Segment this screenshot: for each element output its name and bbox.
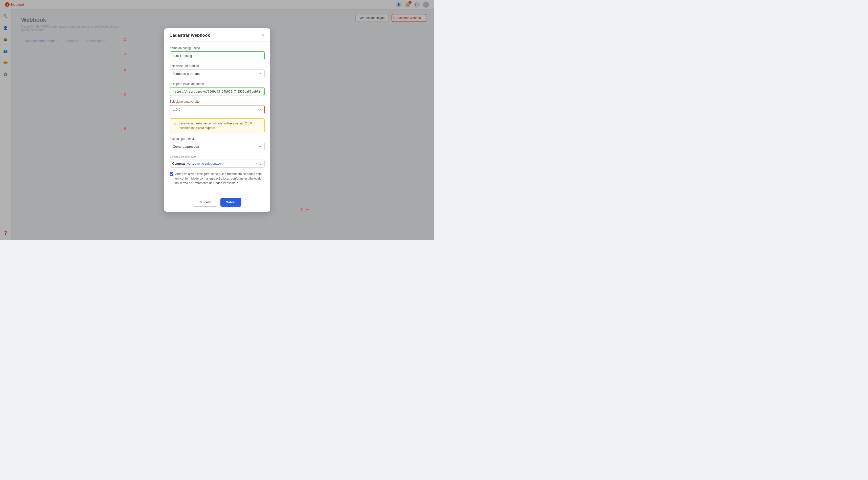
cadastrar-webhook-modal: Cadastrar Webhook × Nome da configuração… xyxy=(164,28,270,212)
arrow-7-icon: → xyxy=(305,206,310,213)
url-field-group: URL para envio de dados xyxy=(169,82,265,96)
remove-tag-icon[interactable]: × xyxy=(255,161,257,166)
step-6-label: 6 xyxy=(124,126,126,130)
warning-text: Essa versão está descontinuada, utilize … xyxy=(179,121,261,130)
save-button[interactable]: Salvar xyxy=(220,198,241,207)
version-warning: ⚠ Essa versão está descontinuada, utiliz… xyxy=(169,118,265,133)
product-select[interactable]: Todos os produtosProduto 1Produto 2 xyxy=(169,69,265,78)
url-label: URL para envio de dados xyxy=(169,82,265,86)
tag-link[interactable]: Ver 1 evento selecionado xyxy=(187,162,221,166)
step-2-label: 2 xyxy=(124,37,126,41)
version-label: Selecione uma versão xyxy=(169,100,265,103)
consent-checkbox[interactable] xyxy=(169,172,174,176)
arrow-7-area: 7 → xyxy=(301,206,310,213)
product-label: Selecione um produto xyxy=(169,64,265,68)
tag-category: Compras xyxy=(173,162,186,166)
step-5-label: 5 xyxy=(124,92,126,96)
events-tag: Compras Ver 1 evento selecionado xyxy=(173,162,221,166)
page-background: 🔥 hotmart 👤 🔔 5 ⋮⋮ 🔍 👤 📦 👥 💳 ⚙️ ❓ Webhoo… xyxy=(0,0,434,240)
modal-header: Cadastrar Webhook × xyxy=(164,28,270,42)
version-field-group: Selecione uma versão 1.0.02.0.0 xyxy=(169,100,265,114)
url-input[interactable] xyxy=(169,87,265,96)
events-field-group: Eventos para enviar Compra aprovadaCompr… xyxy=(169,137,265,151)
events-tag-actions: × ∨ xyxy=(255,161,261,166)
events-label: Eventos para enviar xyxy=(169,137,265,141)
cancel-button[interactable]: Cancelar xyxy=(193,198,217,207)
product-field-group: Selecione um produto Todos os produtosPr… xyxy=(169,64,265,78)
step-4-label: 4 xyxy=(124,68,126,72)
modal-body: Nome da configuração Selecione um produt… xyxy=(164,42,270,194)
name-label: Nome da configuração xyxy=(169,46,265,50)
step-3-label: 3 xyxy=(124,52,126,56)
modal-close-button[interactable]: × xyxy=(262,33,265,38)
events-tag-row: Compras Ver 1 evento selecionado × ∨ xyxy=(169,159,265,168)
name-field-group: Nome da configuração xyxy=(169,46,265,60)
expand-tag-icon[interactable]: ∨ xyxy=(259,161,262,166)
events-selected-count: 1 evento selecionado xyxy=(169,155,265,158)
warning-icon: ⚠ xyxy=(174,121,177,125)
modal-title: Cadastrar Webhook xyxy=(169,33,210,38)
modal-footer: Cancelar Salvar xyxy=(164,194,270,212)
step-7-label: 7 xyxy=(301,207,303,211)
version-select[interactable]: 1.0.02.0.0 xyxy=(169,105,265,114)
consent-checkbox-row: Antes de ativar, assegure-se de que o tr… xyxy=(169,172,265,185)
events-select[interactable]: Compra aprovadaCompra canceladaReembolso xyxy=(169,142,265,151)
modal-overlay: 2 3 4 5 6 Cadastrar Webhook × Nome da co… xyxy=(0,0,434,240)
name-input[interactable] xyxy=(169,51,265,60)
consent-label: Antes de ativar, assegure-se de que o tr… xyxy=(176,172,265,185)
